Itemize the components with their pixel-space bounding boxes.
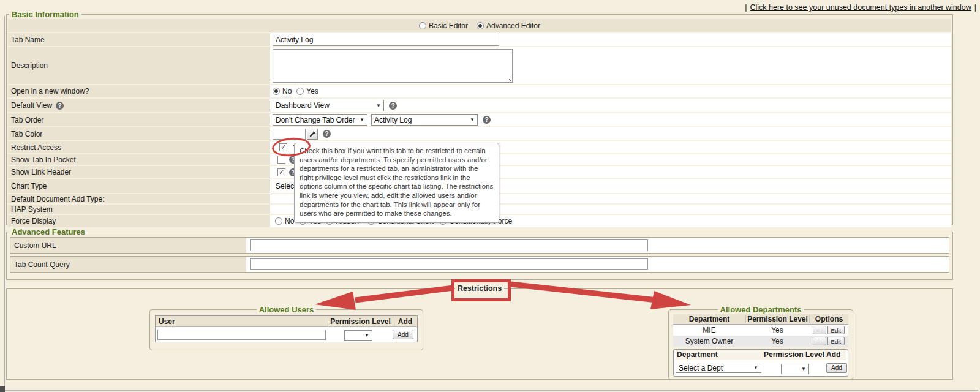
custom-url-input[interactable] bbox=[250, 239, 648, 251]
user-input[interactable] bbox=[157, 330, 326, 340]
edit-department-button[interactable]: Edit bbox=[827, 337, 845, 345]
tab-count-query-label: Tab Count Query bbox=[10, 257, 246, 272]
default-view-select[interactable]: Dashboard View ▼ bbox=[273, 100, 384, 111]
remove-department-button[interactable]: — bbox=[813, 337, 826, 345]
radio-selected-icon[interactable] bbox=[273, 88, 280, 95]
add-department-header: Department Permission Level Add bbox=[676, 350, 846, 360]
table-row: MIE Yes — Edit bbox=[673, 325, 848, 336]
window-left-edge bbox=[4, 16, 5, 390]
user-column-header: User bbox=[156, 317, 328, 326]
custom-url-row: Custom URL bbox=[10, 237, 949, 254]
options-column-header: Options bbox=[809, 315, 848, 323]
remove-department-button[interactable]: — bbox=[813, 326, 826, 334]
tab-order-label: Tab Order bbox=[8, 113, 270, 126]
help-icon[interactable]: ? bbox=[323, 130, 331, 138]
radio-icon[interactable] bbox=[419, 22, 426, 29]
permission-cell: Yes bbox=[745, 326, 809, 334]
force-display-no-radio[interactable]: No bbox=[275, 217, 294, 225]
tab-name-input[interactable] bbox=[273, 34, 499, 46]
tab-order-row: Tab Order Don't Change Tab Order ▼ Activ… bbox=[8, 113, 951, 127]
allowed-users-header: User Permission Level Add bbox=[156, 316, 417, 327]
add-user-button[interactable]: Add bbox=[393, 330, 413, 339]
permission-level-column-header: Permission Level bbox=[328, 317, 393, 326]
chevron-down-icon: ▼ bbox=[376, 103, 381, 108]
restrict-access-label: Restrict Access bbox=[8, 141, 270, 153]
help-icon[interactable]: ? bbox=[56, 102, 64, 110]
yes-label: Yes bbox=[306, 87, 318, 96]
restrict-access-tooltip: Check this box if you want this tab to b… bbox=[294, 143, 499, 223]
show-tab-in-pocket-label: Show Tab In Pocket bbox=[8, 154, 270, 165]
department-permission-select[interactable]: ▼ bbox=[781, 364, 809, 374]
default-view-label: Default View bbox=[11, 101, 52, 110]
hap-system-label: HAP System bbox=[8, 205, 270, 214]
description-textarea[interactable] bbox=[273, 49, 513, 83]
permission-level-column-header: Permission Level bbox=[764, 350, 826, 359]
radio-icon[interactable] bbox=[275, 217, 282, 225]
add-column-header: Add bbox=[826, 350, 846, 359]
department-cell: MIE bbox=[673, 326, 745, 334]
open-window-no-radio[interactable]: No bbox=[273, 87, 292, 96]
basic-editor-radio[interactable]: Basic Editor bbox=[419, 21, 468, 30]
help-icon[interactable]: ? bbox=[389, 102, 397, 110]
window-bottom-edge bbox=[5, 390, 978, 391]
description-label: Description bbox=[8, 47, 270, 84]
restrictions-section: Restrictions Allowed Users User Permissi… bbox=[6, 284, 953, 380]
separator: | bbox=[974, 3, 976, 12]
tab-order-mode-select[interactable]: Don't Change Tab Order ▼ bbox=[273, 114, 368, 126]
default-document-add-type-label: Default Document Add Type: bbox=[8, 194, 270, 203]
open-new-window-label: Open in a new window? bbox=[8, 85, 270, 97]
description-row: Description bbox=[8, 47, 951, 85]
basic-information-legend: Basic Information bbox=[9, 10, 81, 19]
edit-department-button[interactable]: Edit bbox=[827, 326, 845, 334]
color-picker-button[interactable] bbox=[307, 129, 318, 140]
user-permission-select[interactable]: ▼ bbox=[344, 330, 372, 341]
show-link-header-label: Show Link Header bbox=[8, 166, 270, 178]
department-cell: System Owner bbox=[673, 337, 745, 345]
default-view-value: Dashboard View bbox=[276, 101, 330, 110]
window-corner bbox=[0, 386, 5, 392]
tab-color-input[interactable] bbox=[273, 129, 306, 140]
tab-color-row: Tab Color ? bbox=[8, 127, 951, 141]
show-link-header-checkbox[interactable]: ✓ bbox=[277, 168, 285, 176]
add-department-button[interactable]: Add bbox=[826, 363, 847, 373]
allowed-departments-header: Department Permission Level Options bbox=[673, 314, 848, 325]
allowed-departments-legend: Allowed Departments bbox=[718, 305, 804, 314]
tab-count-query-input[interactable] bbox=[250, 258, 648, 270]
tab-order-mode-value: Don't Change Tab Order bbox=[276, 116, 355, 124]
advanced-editor-radio[interactable]: Advanced Editor bbox=[477, 21, 540, 30]
department-select[interactable]: Select a Dept ▼ bbox=[676, 363, 761, 373]
permission-cell: Yes bbox=[745, 337, 809, 345]
advanced-features-section: Advanced Features Custom URL Tab Count Q… bbox=[6, 227, 953, 280]
chart-type-label: Chart Type bbox=[8, 179, 270, 193]
allowed-users-legend: Allowed Users bbox=[257, 305, 317, 314]
permission-level-column-header: Permission Level bbox=[745, 315, 809, 323]
chevron-down-icon: ▼ bbox=[470, 117, 475, 123]
department-select-value: Select a Dept bbox=[679, 364, 723, 372]
add-column-header: Add bbox=[393, 317, 417, 326]
chevron-down-icon: ▼ bbox=[753, 365, 758, 371]
advanced-features-legend: Advanced Features bbox=[9, 227, 88, 236]
option-label: No bbox=[285, 217, 294, 225]
radio-icon[interactable] bbox=[296, 88, 304, 95]
allowed-users-add-row: ▼ Add bbox=[156, 327, 417, 342]
basic-editor-label: Basic Editor bbox=[429, 21, 468, 30]
add-department-row: Select a Dept ▼ ▼ Add bbox=[676, 362, 846, 374]
add-department-form: Department Permission Level Add Select a… bbox=[673, 349, 848, 377]
table-row: System Owner Yes — Edit bbox=[673, 336, 848, 347]
help-icon[interactable]: ? bbox=[483, 116, 491, 124]
tab-order-target-select[interactable]: Activity Log ▼ bbox=[371, 114, 478, 126]
chart-tab-editor-page: | Click here to see your unused document… bbox=[0, 0, 980, 392]
restrictions-legend: Restrictions bbox=[455, 284, 504, 293]
tab-order-target-value: Activity Log bbox=[374, 116, 412, 124]
radio-selected-icon[interactable] bbox=[477, 22, 484, 29]
allowed-departments-table: Department Permission Level Options MIE … bbox=[673, 314, 848, 347]
department-column-header: Department bbox=[676, 350, 764, 359]
chevron-down-icon: ▼ bbox=[360, 117, 364, 123]
restrict-access-checkbox[interactable]: ✓ bbox=[279, 143, 287, 151]
department-column-header: Department bbox=[673, 315, 745, 323]
default-view-row: Default View ? Dashboard View ▼ ? bbox=[8, 99, 951, 113]
show-tab-in-pocket-checkbox[interactable] bbox=[277, 156, 285, 164]
editor-mode-row: Basic Editor Advanced Editor bbox=[8, 19, 951, 33]
open-window-yes-radio[interactable]: Yes bbox=[296, 87, 318, 96]
tab-color-label: Tab Color bbox=[8, 127, 270, 140]
